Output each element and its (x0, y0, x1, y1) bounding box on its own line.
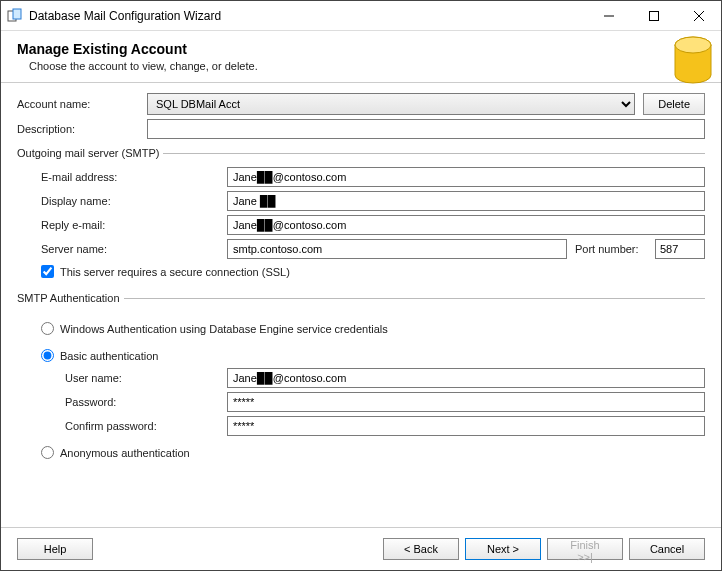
svg-point-7 (675, 37, 711, 53)
description-input[interactable] (147, 119, 705, 139)
anonymous-auth-label: Anonymous authentication (60, 447, 190, 459)
finish-button[interactable]: Finish >>| (547, 538, 623, 560)
port-input[interactable] (655, 239, 705, 259)
smtp-group: Outgoing mail server (SMTP) E-mail addre… (17, 147, 705, 284)
reply-email-label: Reply e-mail: (17, 219, 227, 231)
password-label: Password: (41, 396, 227, 408)
ssl-checkbox[interactable] (41, 265, 54, 278)
reply-email-input[interactable] (227, 215, 705, 235)
maximize-button[interactable] (631, 1, 676, 30)
email-input[interactable] (227, 167, 705, 187)
account-name-select[interactable]: SQL DBMail Acct (147, 93, 635, 115)
svg-rect-1 (13, 9, 21, 19)
window-title: Database Mail Configuration Wizard (29, 9, 586, 23)
server-name-input[interactable] (227, 239, 567, 259)
app-icon (7, 8, 23, 24)
auth-group: SMTP Authentication Windows Authenticati… (17, 292, 705, 465)
description-label: Description: (17, 123, 147, 135)
minimize-button[interactable] (586, 1, 631, 30)
close-button[interactable] (676, 1, 721, 30)
smtp-legend: Outgoing mail server (SMTP) (17, 147, 163, 159)
windows-auth-radio[interactable] (41, 322, 54, 335)
windows-auth-label: Windows Authentication using Database En… (60, 323, 388, 335)
confirm-password-input[interactable] (227, 416, 705, 436)
wizard-header: Manage Existing Account Choose the accou… (1, 31, 721, 83)
account-name-label: Account name: (17, 98, 147, 110)
page-subtitle: Choose the account to view, change, or d… (29, 60, 258, 72)
username-label: User name: (41, 372, 227, 384)
anonymous-auth-radio[interactable] (41, 446, 54, 459)
display-name-label: Display name: (17, 195, 227, 207)
basic-auth-label: Basic authentication (60, 350, 158, 362)
window-buttons (586, 1, 721, 30)
basic-auth-fields: User name: Password: Confirm password: (41, 368, 705, 436)
username-input[interactable] (227, 368, 705, 388)
basic-auth-radio[interactable] (41, 349, 54, 362)
ssl-label: This server requires a secure connection… (60, 266, 290, 278)
delete-button[interactable]: Delete (643, 93, 705, 115)
server-name-label: Server name: (17, 243, 227, 255)
content-area: Account name: SQL DBMail Acct Delete Des… (1, 83, 721, 527)
auth-legend: SMTP Authentication (17, 292, 124, 304)
email-label: E-mail address: (17, 171, 227, 183)
help-button[interactable]: Help (17, 538, 93, 560)
cancel-button[interactable]: Cancel (629, 538, 705, 560)
database-icon (655, 31, 715, 82)
titlebar: Database Mail Configuration Wizard (1, 1, 721, 31)
display-name-input[interactable] (227, 191, 705, 211)
wizard-footer: Help < Back Next > Finish >>| Cancel (1, 527, 721, 570)
svg-rect-3 (649, 11, 658, 20)
next-button[interactable]: Next > (465, 538, 541, 560)
confirm-password-label: Confirm password: (41, 420, 227, 432)
back-button[interactable]: < Back (383, 538, 459, 560)
wizard-window: Database Mail Configuration Wizard Manag… (0, 0, 722, 571)
password-input[interactable] (227, 392, 705, 412)
page-title: Manage Existing Account (17, 41, 258, 57)
port-label: Port number: (567, 243, 655, 255)
